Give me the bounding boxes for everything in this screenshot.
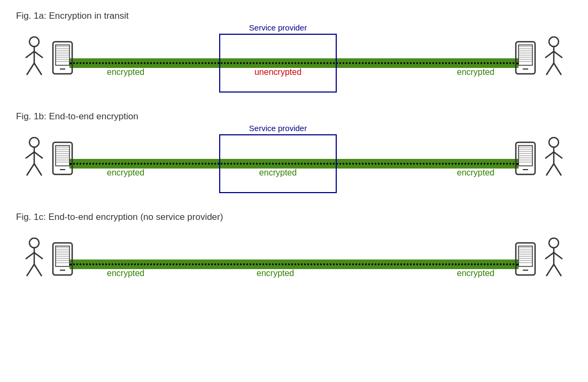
figure-1a: Fig. 1a: Encryption in transit Service p… — [16, 11, 572, 95]
fig1a-phone-left — [51, 41, 74, 77]
svg-line-2 — [26, 51, 34, 58]
fig1c-dotted-line — [69, 264, 519, 265]
svg-line-66 — [546, 164, 554, 175]
svg-line-32 — [546, 63, 554, 75]
svg-line-31 — [554, 51, 562, 58]
fig1a-service-label: Service provider — [249, 23, 307, 32]
fig1a-label-right: encrypted — [457, 67, 494, 77]
fig1c-stick-right — [541, 238, 567, 282]
fig1c-title: Fig. 1c: End-to-end encryption (no servi… — [16, 212, 572, 223]
fig1b-label-center: encrypted — [225, 168, 331, 178]
svg-line-100 — [546, 264, 554, 276]
fig1c-phone-right — [514, 242, 537, 278]
svg-point-62 — [549, 137, 559, 147]
fig1b-service-label: Service provider — [249, 124, 307, 133]
fig1c-phone-left — [51, 242, 74, 278]
fig1a-phone-right — [514, 41, 537, 77]
fig1b-label-left: encrypted — [107, 168, 144, 178]
svg-point-28 — [549, 37, 559, 47]
fig1a-title: Fig. 1a: Encryption in transit — [16, 11, 572, 21]
svg-line-101 — [554, 264, 561, 276]
svg-line-99 — [554, 253, 562, 259]
fig1a-label-left: encrypted — [107, 67, 144, 77]
fig1c-stick-left — [21, 238, 47, 282]
svg-line-65 — [554, 152, 562, 158]
svg-line-36 — [26, 152, 34, 158]
svg-line-38 — [27, 164, 34, 175]
fig1b-title: Fig. 1b: End-to-end encryption — [16, 111, 572, 122]
svg-line-71 — [34, 253, 43, 259]
fig1b-service-box: Service provider — [219, 134, 337, 193]
fig1c-label-left: encrypted — [107, 269, 144, 278]
fig1b-row: Service provider — [16, 132, 572, 196]
svg-line-3 — [34, 51, 43, 58]
svg-line-98 — [545, 253, 554, 259]
svg-line-30 — [545, 51, 554, 58]
main-container: Fig. 1a: Encryption in transit Service p… — [0, 0, 588, 323]
fig1a-service-box: Service provider — [219, 34, 337, 93]
fig1b-stick-right — [541, 137, 567, 182]
svg-point-68 — [29, 238, 39, 248]
fig1c-row: encrypted encrypted encrypted — [16, 232, 572, 296]
svg-line-67 — [554, 164, 561, 175]
fig1a-row: Service provider — [16, 31, 572, 95]
svg-line-37 — [34, 152, 43, 158]
fig1b-phone-right — [514, 141, 537, 178]
fig1c-label-center: encrypted — [257, 269, 294, 278]
svg-line-5 — [34, 63, 42, 75]
fig1c-label-right: encrypted — [457, 269, 494, 278]
figure-1c: Fig. 1c: End-to-end encryption (no servi… — [16, 212, 572, 296]
fig1b-label-right: encrypted — [457, 168, 494, 178]
svg-line-72 — [27, 264, 34, 276]
fig1b-stick-left — [21, 137, 47, 182]
svg-point-96 — [549, 238, 559, 248]
svg-line-33 — [554, 63, 561, 75]
svg-point-0 — [29, 37, 39, 47]
fig1a-label-center: unencrypted — [225, 67, 331, 77]
fig1a-stick-left — [21, 36, 47, 81]
svg-line-70 — [26, 253, 34, 259]
svg-line-64 — [545, 152, 554, 158]
fig1a-stick-right — [541, 36, 567, 81]
svg-point-34 — [29, 137, 39, 147]
svg-line-4 — [27, 63, 34, 75]
svg-line-39 — [34, 164, 42, 175]
svg-line-73 — [34, 264, 42, 276]
fig1b-phone-left — [51, 141, 74, 178]
figure-1b: Fig. 1b: End-to-end encryption Service p… — [16, 111, 572, 196]
